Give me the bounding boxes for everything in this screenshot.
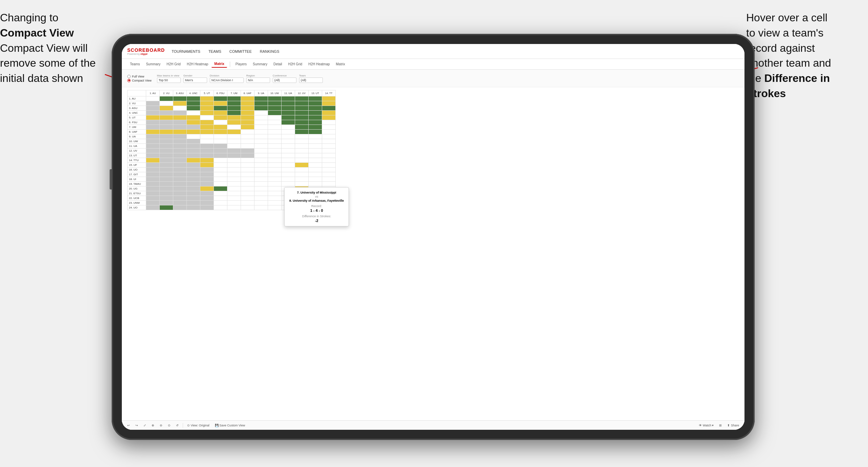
matrix-cell-r9-c5[interactable] (214, 139, 227, 144)
matrix-cell-r1-c0[interactable] (146, 101, 160, 106)
matrix-cell-r7-c2[interactable] (173, 130, 187, 134)
matrix-cell-r16-c3[interactable] (187, 172, 200, 177)
matrix-cell-r12-c10[interactable] (282, 153, 295, 158)
matrix-cell-r17-c5[interactable] (214, 177, 227, 182)
matrix-cell-r9-c8[interactable] (254, 139, 268, 144)
matrix-cell-r22-c1[interactable] (160, 201, 173, 205)
matrix-cell-r11-c2[interactable] (173, 149, 187, 153)
matrix-cell-r2-c4[interactable] (200, 106, 214, 111)
matrix-cell-r18-c7[interactable] (241, 182, 254, 186)
main-content[interactable]: 1. AU2. VU3. ASU4. UNC5. UT6. FSU7. UM8.… (122, 87, 744, 420)
matrix-cell-r8-c7[interactable] (241, 134, 254, 139)
matrix-cell-r13-c6[interactable] (227, 158, 241, 163)
matrix-cell-r3-c8[interactable] (254, 111, 268, 115)
matrix-cell-r11-c11[interactable] (295, 149, 309, 153)
conference-select[interactable]: (All) (273, 77, 296, 83)
matrix-cell-r16-c13[interactable] (322, 172, 336, 177)
matrix-cell-r6-c6[interactable] (227, 125, 241, 130)
matrix-cell-r16-c1[interactable] (160, 172, 173, 177)
matrix-cell-r13-c13[interactable] (322, 158, 336, 163)
matrix-cell-r12-c11[interactable] (295, 153, 309, 158)
matrix-cell-r7-c9[interactable] (268, 130, 282, 134)
matrix-cell-r19-c8[interactable] (254, 186, 268, 191)
matrix-cell-r10-c0[interactable] (146, 144, 160, 149)
matrix-cell-r22-c8[interactable] (254, 201, 268, 205)
matrix-cell-r12-c5[interactable] (214, 153, 227, 158)
matrix-cell-r11-c5[interactable] (214, 149, 227, 153)
matrix-cell-r4-c9[interactable] (268, 115, 282, 120)
matrix-cell-r15-c10[interactable] (282, 168, 295, 172)
matrix-cell-r8-c9[interactable] (268, 134, 282, 139)
matrix-cell-r1-c9[interactable] (268, 101, 282, 106)
matrix-cell-r7-c8[interactable] (254, 130, 268, 134)
matrix-cell-r15-c4[interactable] (200, 168, 214, 172)
matrix-cell-r11-c10[interactable] (282, 149, 295, 153)
matrix-cell-r10-c4[interactable] (200, 144, 214, 149)
matrix-cell-r18-c1[interactable] (160, 182, 173, 186)
matrix-cell-r3-c13[interactable] (322, 111, 336, 115)
matrix-cell-r7-c7[interactable] (241, 130, 254, 134)
matrix-cell-r22-c4[interactable] (200, 201, 214, 205)
matrix-cell-r23-c1[interactable] (160, 205, 173, 210)
matrix-cell-r12-c7[interactable] (241, 153, 254, 158)
matrix-cell-r10-c10[interactable] (282, 144, 295, 149)
matrix-cell-r23-c8[interactable] (254, 205, 268, 210)
matrix-cell-r10-c9[interactable] (268, 144, 282, 149)
matrix-cell-r12-c4[interactable] (200, 153, 214, 158)
matrix-cell-r6-c11[interactable] (295, 125, 309, 130)
matrix-cell-r15-c11[interactable] (295, 168, 309, 172)
matrix-cell-r1-c5[interactable] (214, 101, 227, 106)
matrix-cell-r19-c0[interactable] (146, 186, 160, 191)
matrix-cell-r17-c11[interactable] (295, 177, 309, 182)
matrix-cell-r20-c5[interactable] (214, 191, 227, 196)
matrix-cell-r7-c5[interactable] (214, 130, 227, 134)
matrix-cell-r19-c4[interactable] (200, 186, 214, 191)
matrix-cell-r5-c11[interactable] (295, 120, 309, 125)
matrix-cell-r0-c12[interactable] (309, 96, 322, 101)
matrix-cell-r12-c13[interactable] (322, 153, 336, 158)
matrix-cell-r2-c0[interactable] (146, 106, 160, 111)
matrix-cell-r7-c10[interactable] (282, 130, 295, 134)
matrix-cell-r5-c13[interactable] (322, 120, 336, 125)
matrix-cell-r11-c13[interactable] (322, 149, 336, 153)
matrix-cell-r4-c3[interactable] (187, 115, 200, 120)
sub-tab-summary1[interactable]: Summary (143, 61, 163, 67)
matrix-cell-r22-c5[interactable] (214, 201, 227, 205)
matrix-cell-r4-c6[interactable] (227, 115, 241, 120)
matrix-cell-r18-c12[interactable] (309, 182, 322, 186)
matrix-cell-r13-c11[interactable] (295, 158, 309, 163)
matrix-cell-r9-c6[interactable] (227, 139, 241, 144)
matrix-cell-r20-c7[interactable] (241, 191, 254, 196)
matrix-cell-r3-c6[interactable] (227, 111, 241, 115)
matrix-cell-r19-c1[interactable] (160, 186, 173, 191)
matrix-cell-r7-c1[interactable] (160, 130, 173, 134)
matrix-cell-r0-c0[interactable] (146, 96, 160, 101)
matrix-cell-r8-c6[interactable] (227, 134, 241, 139)
matrix-cell-r6-c5[interactable] (214, 125, 227, 130)
matrix-cell-r4-c2[interactable] (173, 115, 187, 120)
matrix-cell-r21-c2[interactable] (173, 196, 187, 201)
matrix-cell-r5-c3[interactable] (187, 120, 200, 125)
matrix-cell-r3-c11[interactable] (295, 111, 309, 115)
matrix-cell-r9-c7[interactable] (241, 139, 254, 144)
matrix-cell-r14-c11[interactable] (295, 163, 309, 168)
matrix-cell-r17-c10[interactable] (282, 177, 295, 182)
matrix-cell-r3-c9[interactable] (268, 111, 282, 115)
matrix-cell-r23-c3[interactable] (187, 205, 200, 210)
toolbar-icon7[interactable]: ↺ (175, 423, 180, 428)
matrix-cell-r3-c3[interactable] (187, 111, 200, 115)
sub-tab-h2h-grid2[interactable]: H2H Grid (285, 61, 305, 67)
matrix-cell-r14-c1[interactable] (160, 163, 173, 168)
matrix-cell-r11-c3[interactable] (187, 149, 200, 153)
matrix-cell-r20-c0[interactable] (146, 191, 160, 196)
sub-tab-teams[interactable]: Teams (127, 61, 142, 67)
matrix-cell-r13-c8[interactable] (254, 158, 268, 163)
matrix-cell-r14-c12[interactable] (309, 163, 322, 168)
matrix-cell-r17-c7[interactable] (241, 177, 254, 182)
matrix-cell-r0-c6[interactable] (227, 96, 241, 101)
matrix-cell-r7-c0[interactable] (146, 130, 160, 134)
matrix-cell-r8-c2[interactable] (173, 134, 187, 139)
matrix-cell-r2-c5[interactable] (214, 106, 227, 111)
matrix-cell-r6-c4[interactable] (200, 125, 214, 130)
matrix-cell-r16-c6[interactable] (227, 172, 241, 177)
